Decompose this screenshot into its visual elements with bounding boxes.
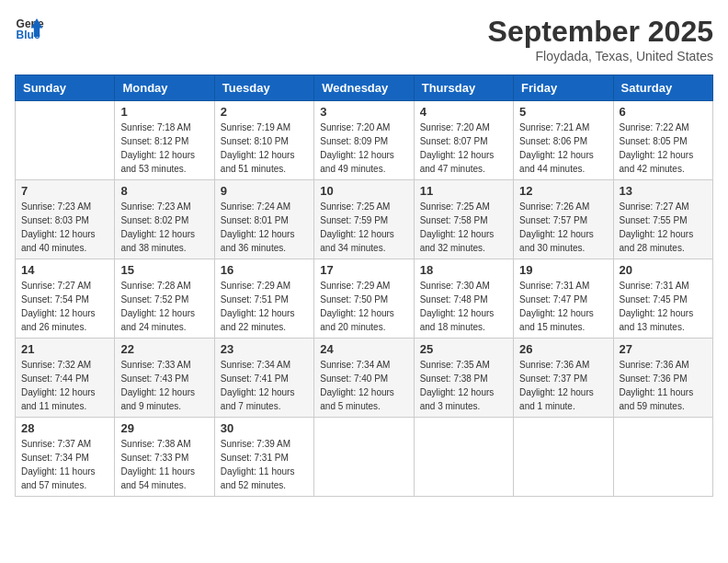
day-cell: 9Sunrise: 7:24 AM Sunset: 8:01 PM Daylig… <box>214 180 313 259</box>
day-number: 29 <box>120 421 208 435</box>
day-number: 11 <box>420 184 507 198</box>
day-number: 28 <box>21 421 108 435</box>
day-cell: 18Sunrise: 7:30 AM Sunset: 7:48 PM Dayli… <box>414 259 513 339</box>
day-number: 6 <box>620 105 707 119</box>
week-row-2: 7Sunrise: 7:23 AM Sunset: 8:03 PM Daylig… <box>16 180 713 259</box>
day-cell: 30Sunrise: 7:39 AM Sunset: 7:31 PM Dayli… <box>214 418 313 497</box>
location: Floydada, Texas, United States <box>488 49 713 63</box>
title-block: September 2025 Floydada, Texas, United S… <box>488 15 713 63</box>
day-number: 14 <box>21 263 108 277</box>
day-number: 12 <box>519 184 607 198</box>
day-cell: 14Sunrise: 7:27 AM Sunset: 7:54 PM Dayli… <box>16 259 115 339</box>
weekday-header-sunday: Sunday <box>16 75 115 101</box>
day-cell: 27Sunrise: 7:36 AM Sunset: 7:36 PM Dayli… <box>613 339 712 418</box>
day-info: Sunrise: 7:21 AM Sunset: 8:06 PM Dayligh… <box>519 121 607 176</box>
day-cell: 21Sunrise: 7:32 AM Sunset: 7:44 PM Dayli… <box>16 339 115 418</box>
day-cell: 6Sunrise: 7:22 AM Sunset: 8:05 PM Daylig… <box>613 101 712 180</box>
day-number: 9 <box>221 184 308 198</box>
weekday-header-friday: Friday <box>514 75 613 101</box>
day-number: 26 <box>519 342 607 356</box>
day-info: Sunrise: 7:19 AM Sunset: 8:10 PM Dayligh… <box>221 121 308 176</box>
weekday-header-wednesday: Wednesday <box>314 75 414 101</box>
day-cell: 5Sunrise: 7:21 AM Sunset: 8:06 PM Daylig… <box>514 101 613 180</box>
day-info: Sunrise: 7:36 AM Sunset: 7:36 PM Dayligh… <box>620 358 707 413</box>
week-row-5: 28Sunrise: 7:37 AM Sunset: 7:34 PM Dayli… <box>16 418 713 497</box>
day-number: 20 <box>620 263 707 277</box>
day-cell: 28Sunrise: 7:37 AM Sunset: 7:34 PM Dayli… <box>16 418 115 497</box>
day-cell: 25Sunrise: 7:35 AM Sunset: 7:38 PM Dayli… <box>414 339 513 418</box>
week-row-1: 1Sunrise: 7:18 AM Sunset: 8:12 PM Daylig… <box>16 101 713 180</box>
day-info: Sunrise: 7:36 AM Sunset: 7:37 PM Dayligh… <box>519 358 607 413</box>
day-info: Sunrise: 7:31 AM Sunset: 7:47 PM Dayligh… <box>519 279 607 334</box>
day-cell: 13Sunrise: 7:27 AM Sunset: 7:55 PM Dayli… <box>613 180 712 259</box>
day-number: 17 <box>320 263 407 277</box>
day-number: 8 <box>120 184 208 198</box>
day-info: Sunrise: 7:25 AM Sunset: 7:59 PM Dayligh… <box>320 200 407 255</box>
day-number: 18 <box>420 263 507 277</box>
day-cell: 2Sunrise: 7:19 AM Sunset: 8:10 PM Daylig… <box>214 101 313 180</box>
month-title: September 2025 <box>488 15 713 49</box>
day-info: Sunrise: 7:23 AM Sunset: 8:02 PM Dayligh… <box>120 200 208 255</box>
day-number: 25 <box>420 342 507 356</box>
day-info: Sunrise: 7:34 AM Sunset: 7:40 PM Dayligh… <box>320 358 407 413</box>
day-cell: 15Sunrise: 7:28 AM Sunset: 7:52 PM Dayli… <box>115 259 214 339</box>
day-cell: 17Sunrise: 7:29 AM Sunset: 7:50 PM Dayli… <box>314 259 414 339</box>
day-number: 2 <box>221 105 308 119</box>
day-number: 21 <box>21 342 108 356</box>
day-info: Sunrise: 7:24 AM Sunset: 8:01 PM Dayligh… <box>221 200 308 255</box>
day-info: Sunrise: 7:18 AM Sunset: 8:12 PM Dayligh… <box>120 121 208 176</box>
week-row-3: 14Sunrise: 7:27 AM Sunset: 7:54 PM Dayli… <box>16 259 713 339</box>
day-number: 13 <box>620 184 707 198</box>
day-info: Sunrise: 7:20 AM Sunset: 8:07 PM Dayligh… <box>420 121 507 176</box>
day-info: Sunrise: 7:29 AM Sunset: 7:51 PM Dayligh… <box>221 279 308 334</box>
day-cell: 3Sunrise: 7:20 AM Sunset: 8:09 PM Daylig… <box>314 101 414 180</box>
day-cell <box>414 418 513 497</box>
day-info: Sunrise: 7:38 AM Sunset: 7:33 PM Dayligh… <box>120 437 208 492</box>
day-cell: 1Sunrise: 7:18 AM Sunset: 8:12 PM Daylig… <box>115 101 214 180</box>
weekday-header-monday: Monday <box>115 75 214 101</box>
day-cell: 19Sunrise: 7:31 AM Sunset: 7:47 PM Dayli… <box>514 259 613 339</box>
day-cell: 8Sunrise: 7:23 AM Sunset: 8:02 PM Daylig… <box>115 180 214 259</box>
day-info: Sunrise: 7:33 AM Sunset: 7:43 PM Dayligh… <box>120 358 208 413</box>
day-cell: 24Sunrise: 7:34 AM Sunset: 7:40 PM Dayli… <box>314 339 414 418</box>
day-cell: 29Sunrise: 7:38 AM Sunset: 7:33 PM Dayli… <box>115 418 214 497</box>
day-number: 27 <box>620 342 707 356</box>
day-cell <box>16 101 115 180</box>
weekday-header-tuesday: Tuesday <box>214 75 313 101</box>
day-number: 4 <box>420 105 507 119</box>
day-info: Sunrise: 7:27 AM Sunset: 7:54 PM Dayligh… <box>21 279 108 334</box>
day-cell: 16Sunrise: 7:29 AM Sunset: 7:51 PM Dayli… <box>214 259 313 339</box>
day-info: Sunrise: 7:31 AM Sunset: 7:45 PM Dayligh… <box>620 279 707 334</box>
day-cell: 7Sunrise: 7:23 AM Sunset: 8:03 PM Daylig… <box>16 180 115 259</box>
day-info: Sunrise: 7:29 AM Sunset: 7:50 PM Dayligh… <box>320 279 407 334</box>
day-number: 15 <box>120 263 208 277</box>
day-number: 30 <box>221 421 308 435</box>
day-info: Sunrise: 7:32 AM Sunset: 7:44 PM Dayligh… <box>21 358 108 413</box>
day-cell: 20Sunrise: 7:31 AM Sunset: 7:45 PM Dayli… <box>613 259 712 339</box>
calendar-table: SundayMondayTuesdayWednesdayThursdayFrid… <box>15 75 713 497</box>
weekday-header-thursday: Thursday <box>414 75 513 101</box>
day-number: 3 <box>320 105 407 119</box>
day-cell: 23Sunrise: 7:34 AM Sunset: 7:41 PM Dayli… <box>214 339 313 418</box>
day-number: 24 <box>320 342 407 356</box>
logo-icon: General Blue <box>15 15 44 44</box>
day-info: Sunrise: 7:30 AM Sunset: 7:48 PM Dayligh… <box>420 279 507 334</box>
day-cell: 12Sunrise: 7:26 AM Sunset: 7:57 PM Dayli… <box>514 180 613 259</box>
day-cell: 22Sunrise: 7:33 AM Sunset: 7:43 PM Dayli… <box>115 339 214 418</box>
week-row-4: 21Sunrise: 7:32 AM Sunset: 7:44 PM Dayli… <box>16 339 713 418</box>
day-number: 23 <box>221 342 308 356</box>
day-info: Sunrise: 7:20 AM Sunset: 8:09 PM Dayligh… <box>320 121 407 176</box>
weekday-header-saturday: Saturday <box>613 75 712 101</box>
day-cell <box>613 418 712 497</box>
day-info: Sunrise: 7:35 AM Sunset: 7:38 PM Dayligh… <box>420 358 507 413</box>
day-cell <box>314 418 414 497</box>
day-number: 5 <box>519 105 607 119</box>
day-cell: 11Sunrise: 7:25 AM Sunset: 7:58 PM Dayli… <box>414 180 513 259</box>
day-cell: 10Sunrise: 7:25 AM Sunset: 7:59 PM Dayli… <box>314 180 414 259</box>
day-number: 16 <box>221 263 308 277</box>
day-info: Sunrise: 7:34 AM Sunset: 7:41 PM Dayligh… <box>221 358 308 413</box>
page-header: General Blue September 2025 Floydada, Te… <box>15 15 713 63</box>
day-cell: 4Sunrise: 7:20 AM Sunset: 8:07 PM Daylig… <box>414 101 513 180</box>
day-info: Sunrise: 7:27 AM Sunset: 7:55 PM Dayligh… <box>620 200 707 255</box>
day-number: 7 <box>21 184 108 198</box>
